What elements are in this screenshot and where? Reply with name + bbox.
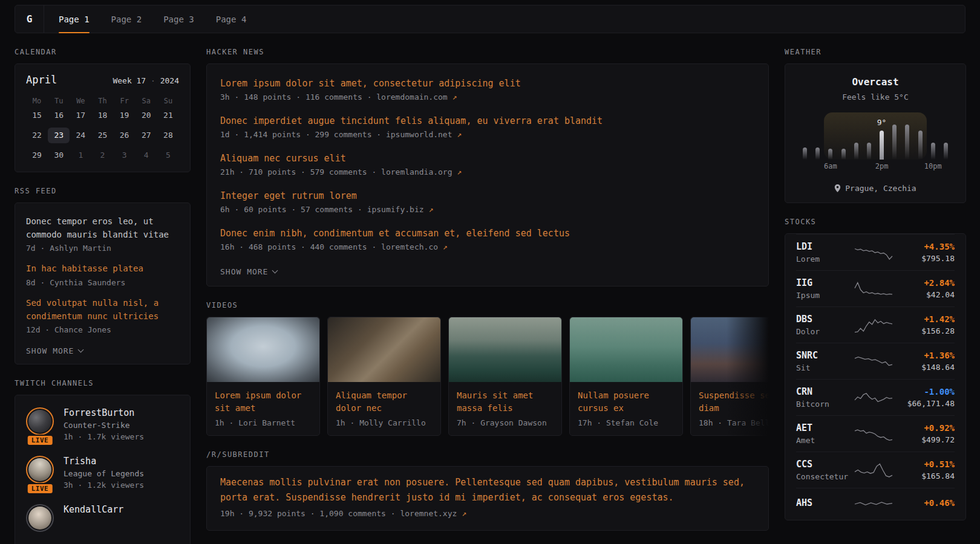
video-card[interactable]: Aliquam tempor dolor nec pharetra… 1h · … (327, 317, 441, 436)
rss-item-title[interactable]: Donec tempor eros leo, ut commodo mauris… (26, 215, 179, 241)
location-pin-icon (834, 184, 841, 192)
hn-item-meta: 16h · 468 points · 440 comments · loremt… (220, 242, 755, 251)
hacker-news-section-title: HACKER NEWS (206, 48, 769, 56)
calendar-day: 2 (91, 147, 113, 163)
app-logo[interactable]: G (15, 5, 44, 33)
dashboard-layout: CALENDAR April Week 17 · 2024 Mo Tu (15, 33, 965, 544)
hn-item-title[interactable]: Donec imperdiet augue tincidunt felis al… (220, 115, 755, 126)
twitch-channel[interactable]: LIVE ForrestBurton Counter-Strike 1h · 1… (26, 399, 179, 447)
weather-bar (905, 125, 909, 160)
stock-values: +1.42% $156.28 (899, 314, 955, 335)
stock-values: +0.92% $499.72 (899, 423, 955, 444)
subreddit-post-title[interactable]: Maecenas mollis pulvinar erat non posuer… (220, 475, 755, 505)
stock-row[interactable]: AHS +0.46% (796, 488, 955, 520)
stock-row[interactable]: AET Amet +0.92% $499.72 (796, 415, 955, 452)
stock-name: Sit (796, 363, 848, 372)
hn-item-title[interactable]: Lorem ipsum dolor sit amet, consectetur … (220, 78, 755, 89)
channel-name[interactable]: ForrestBurton (64, 407, 144, 418)
nav-tab[interactable]: Page 1 (59, 5, 90, 33)
stock-row[interactable]: SNRC Sit +1.36% $148.64 (796, 343, 955, 379)
video-meta: 1h · Molly Carrillo (336, 418, 433, 427)
rss-item-title[interactable]: Sed volutpat nulla nisl, a condimentum n… (26, 297, 179, 323)
calendar-day: 23 (48, 128, 70, 143)
calendar-week-year: Week 17 · 2024 (113, 76, 179, 85)
video-card[interactable]: Suspendisse sed diam 18h · Tara Bell (690, 317, 769, 436)
hn-item-domain-link[interactable]: loremlandia.org (381, 167, 452, 176)
stock-row[interactable]: LDI Lorem +4.35% $795.18 (796, 234, 955, 270)
video-thumbnail[interactable] (570, 317, 682, 382)
calendar-day-headers: Mo Tu We Th Fr Sa Su (26, 94, 179, 108)
nav-tab[interactable]: Page 3 (163, 5, 194, 33)
video-title[interactable]: Suspendisse sed diam (699, 389, 769, 415)
weather-hour-slot: 9° 2pm (875, 112, 888, 160)
video-card[interactable]: Lorem ipsum dolor sit amet consectetu… 1… (206, 317, 320, 436)
stock-ticker: SNRC (796, 350, 848, 361)
stock-ticker: AHS (796, 497, 848, 508)
calendar-day: 24 (70, 128, 91, 143)
rss-item-title[interactable]: In hac habitasse platea (26, 262, 179, 276)
sparkline-chart (854, 352, 893, 371)
video-title[interactable]: Mauris sit amet massa felis (457, 389, 554, 415)
channel-name[interactable]: KendallCarr (64, 504, 123, 515)
hn-show-more-button[interactable]: SHOW MORE (220, 267, 277, 276)
weather-hour-slot (799, 112, 811, 160)
stock-change: +0.92% (899, 423, 955, 433)
calendar-day: 3 (114, 147, 136, 163)
stock-identity: SNRC Sit (796, 350, 848, 372)
weather-bar (803, 147, 807, 160)
avatar-wrapper: LIVE (26, 407, 54, 441)
video-title[interactable]: Aliquam tempor dolor nec pharetra… (336, 389, 433, 415)
video-thumbnail[interactable] (207, 317, 319, 382)
hn-item-meta: 3h · 148 points · 116 comments · loremdo… (220, 92, 755, 102)
stock-row[interactable]: CRN Bitcorn -1.00% $66,171.48 (796, 379, 955, 415)
stock-values: +0.46% (899, 498, 955, 510)
channel-info: KendallCarr (64, 504, 123, 532)
stock-name: Lorem (796, 254, 848, 264)
avatar (26, 407, 54, 435)
hn-item-stats: 1d · 1,414 points · 299 comments · (220, 130, 386, 139)
nav-tab[interactable]: Page 4 (216, 5, 247, 33)
video-title[interactable]: Nullam posuere cursus ex (578, 389, 675, 415)
live-badge: LIVE (27, 435, 54, 446)
hn-item-title[interactable]: Donec enim nibh, condimentum et accumsan… (220, 228, 755, 239)
weather-hour-slot (914, 112, 927, 160)
weather-feels-like: Feels like 5°C (796, 92, 955, 102)
video-meta: 7h · Grayson Dawson (457, 418, 554, 427)
stock-identity: AHS (796, 497, 848, 511)
stock-row[interactable]: CCS Consectetur +0.51% $165.84 (796, 452, 955, 488)
hn-item-domain-link[interactable]: loremdomain.com (376, 92, 447, 102)
video-thumbnail[interactable] (691, 317, 769, 382)
twitch-channel[interactable]: LIVE KendallCarr (26, 496, 179, 538)
hn-item-title[interactable]: Integer eget rutrum lorem (220, 190, 755, 201)
calendar-year: 2024 (160, 76, 179, 85)
rss-item: In hac habitasse platea 8d · Cynthia Sau… (26, 255, 179, 290)
hn-item-title[interactable]: Aliquam nec cursus elit (220, 153, 755, 164)
nav-tab[interactable]: Page 2 (111, 5, 142, 33)
stock-price: $156.28 (899, 326, 955, 335)
weather-hour-slot (888, 112, 901, 160)
weather-bar (931, 143, 935, 160)
weather-bar (880, 131, 884, 160)
video-thumbnail[interactable] (449, 317, 561, 382)
hacker-news-item: Lorem ipsum dolor sit amet, consectetur … (220, 70, 755, 108)
video-card[interactable]: Nullam posuere cursus ex 17h · Stefan Co… (569, 317, 683, 436)
channel-name[interactable]: Trisha (64, 456, 144, 467)
stock-identity: IIG Ipsum (796, 277, 848, 300)
hn-item-domain-link[interactable]: ipsumify.biz (367, 205, 424, 214)
weather-hour-label: 2pm (875, 162, 889, 170)
hn-item-domain-link[interactable]: ipsumworld.net (386, 130, 452, 139)
stock-sparkline (848, 244, 899, 262)
video-thumbnail[interactable] (328, 317, 440, 382)
stock-row[interactable]: DBS Dolor +1.42% $156.28 (796, 306, 955, 343)
twitch-channel[interactable]: LIVE Trisha League of Legends 3h · 1.2k … (26, 447, 179, 496)
stock-change: +0.46% (899, 498, 955, 508)
video-title[interactable]: Lorem ipsum dolor sit amet consectetu… (215, 389, 312, 415)
video-card[interactable]: Mauris sit amet massa felis 7h · Grayson… (448, 317, 562, 436)
rss-show-more-button[interactable]: SHOW MORE (26, 346, 83, 355)
hn-item-domain-link[interactable]: loremtech.co (381, 242, 438, 251)
right-column: WEATHER Overcast Feels like 5°C (785, 33, 966, 544)
stock-row[interactable]: IIG Ipsum +2.84% $42.04 (796, 270, 955, 306)
subreddit-domain-link[interactable]: loremnet.xyz (400, 509, 457, 518)
calendar-days-grid: 15 16 17 18 19 20 21 22 (26, 108, 179, 163)
stock-sparkline (848, 316, 899, 334)
